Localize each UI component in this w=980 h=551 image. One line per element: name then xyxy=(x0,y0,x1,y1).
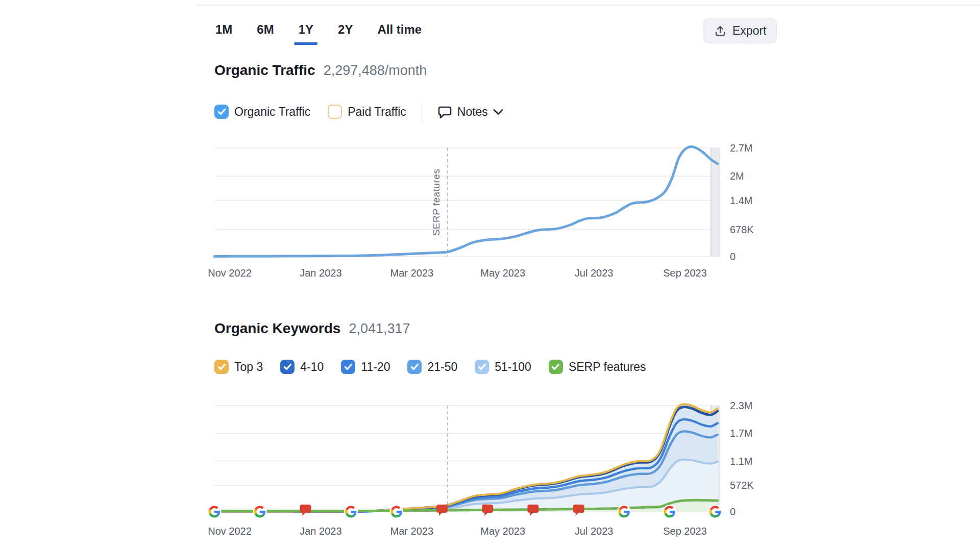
chevron-down-icon xyxy=(493,109,503,115)
notes-dropdown[interactable]: Notes xyxy=(437,105,503,119)
legend-item-paid-traffic[interactable]: Paid Traffic xyxy=(328,105,406,119)
y-axis-label: 1.1M xyxy=(730,456,752,467)
checkbox-51-100[interactable] xyxy=(475,360,489,374)
legend-item-organic-traffic[interactable]: Organic Traffic xyxy=(214,105,310,119)
organic-traffic-chart: 2.7M2M1.4M678K0SERP featuresNov 2022Jan … xyxy=(0,133,980,301)
checkbox-4-10[interactable] xyxy=(280,360,295,374)
legend-label-11-20: 11-20 xyxy=(361,360,390,374)
x-axis-label: May 2023 xyxy=(480,525,525,537)
legend-item-51-100[interactable]: 51-100 xyxy=(475,360,531,374)
x-axis-label: May 2023 xyxy=(480,267,525,279)
keywords-legend-items: Top 34-1011-2021-5051-100SERP features xyxy=(214,360,646,374)
organic-keywords-title: Organic Keywords xyxy=(214,320,340,337)
y-axis-label: 0 xyxy=(730,506,736,517)
google-update-marker[interactable] xyxy=(663,505,677,519)
note-marker[interactable] xyxy=(573,505,584,516)
checkbox-organic-traffic[interactable] xyxy=(214,105,229,119)
note-flag-icon xyxy=(437,105,452,119)
legend-label-51-100: 51-100 xyxy=(495,360,531,374)
checkbox-serp-features[interactable] xyxy=(549,360,563,374)
note-marker[interactable] xyxy=(527,505,538,516)
legend-label-21-50: 21-50 xyxy=(427,360,457,374)
x-axis-label: Nov 2022 xyxy=(208,525,252,537)
serp-features-annotation-label: SERP features xyxy=(431,169,442,236)
y-axis-label: 2.7M xyxy=(730,142,752,154)
x-axis-label: Jan 2023 xyxy=(300,525,341,537)
tab-1y[interactable]: 1Y xyxy=(298,21,314,45)
legend-label-serp-features: SERP features xyxy=(569,360,646,374)
organic-traffic-value: 2,297,488/month xyxy=(324,63,427,79)
y-axis-label: 1.7M xyxy=(730,428,752,439)
y-axis-label: 678K xyxy=(730,224,754,235)
x-axis-label: Nov 2022 xyxy=(208,267,252,279)
export-label: Export xyxy=(732,24,766,38)
organic-keywords-value: 2,041,317 xyxy=(349,321,410,337)
legend-label-4-10: 4-10 xyxy=(300,360,324,374)
x-axis-label: Mar 2023 xyxy=(390,267,434,279)
legend-item-11-20[interactable]: 11-20 xyxy=(341,360,390,374)
google-update-marker[interactable] xyxy=(708,505,722,519)
google-update-marker[interactable] xyxy=(208,505,222,519)
tab-2y[interactable]: 2Y xyxy=(337,21,354,45)
y-axis-label: 572K xyxy=(730,480,754,491)
y-axis-label: 1.4M xyxy=(730,195,752,206)
x-axis-label: Sep 2023 xyxy=(663,267,707,279)
y-axis-label: 2.3M xyxy=(730,400,752,411)
legend-label-top-3: Top 3 xyxy=(234,360,263,374)
x-axis-label: Jan 2023 xyxy=(300,267,341,279)
organic-keywords-header: Organic Keywords 2,041,317 xyxy=(214,320,410,337)
tab-all-time[interactable]: All time xyxy=(376,21,423,45)
note-marker[interactable] xyxy=(436,505,448,516)
legend-label-paid-traffic: Paid Traffic xyxy=(348,105,406,119)
traffic-legend: Organic TrafficPaid Traffic Notes xyxy=(214,102,503,121)
legend-item-serp-features[interactable]: SERP features xyxy=(549,360,646,374)
google-update-marker[interactable] xyxy=(344,505,358,519)
y-axis-label: 0 xyxy=(730,251,736,262)
google-update-marker[interactable] xyxy=(389,505,403,519)
keywords-legend: Top 34-1011-2021-5051-100SERP features xyxy=(214,360,646,374)
organic-keywords-chart: 2.3M1.7M1.1M572K0Nov 2022Jan 2023Mar 202… xyxy=(0,378,980,551)
export-icon xyxy=(714,25,726,37)
note-marker[interactable] xyxy=(300,505,311,516)
export-button[interactable]: Export xyxy=(703,18,777,43)
x-axis-label: Jul 2023 xyxy=(575,525,614,537)
y-axis-label: 2M xyxy=(730,170,744,182)
organic-traffic-header: Organic Traffic 2,297,488/month xyxy=(214,62,427,79)
x-axis-label: Mar 2023 xyxy=(390,525,434,537)
google-update-marker[interactable] xyxy=(617,505,631,519)
current-period-band xyxy=(711,148,720,257)
tab-6m[interactable]: 6M xyxy=(256,21,275,45)
checkbox-11-20[interactable] xyxy=(341,360,355,374)
legend-item-4-10[interactable]: 4-10 xyxy=(280,360,324,374)
checkbox-21-50[interactable] xyxy=(407,360,422,374)
legend-divider xyxy=(422,102,422,121)
legend-item-21-50[interactable]: 21-50 xyxy=(407,360,457,374)
x-axis-label: Jul 2023 xyxy=(575,267,614,279)
legend-item-top-3[interactable]: Top 3 xyxy=(214,360,263,374)
google-update-marker[interactable] xyxy=(253,505,267,519)
tab-1m[interactable]: 1M xyxy=(214,21,233,45)
date-range-tabs: 1M6M1Y2YAll time xyxy=(214,21,423,45)
notes-label: Notes xyxy=(457,105,488,119)
checkbox-top-3[interactable] xyxy=(214,360,229,374)
domain-overview-page: 1M6M1Y2YAll time Export Organic Traffic … xyxy=(0,0,980,551)
checkbox-paid-traffic[interactable] xyxy=(328,105,342,119)
top-divider xyxy=(195,5,980,6)
organic-traffic-title: Organic Traffic xyxy=(214,62,315,79)
traffic-legend-items: Organic TrafficPaid Traffic xyxy=(214,105,406,119)
x-axis-label: Sep 2023 xyxy=(663,525,707,537)
note-marker[interactable] xyxy=(482,505,493,516)
legend-label-organic-traffic: Organic Traffic xyxy=(234,105,310,119)
organic-traffic-line xyxy=(214,146,718,256)
